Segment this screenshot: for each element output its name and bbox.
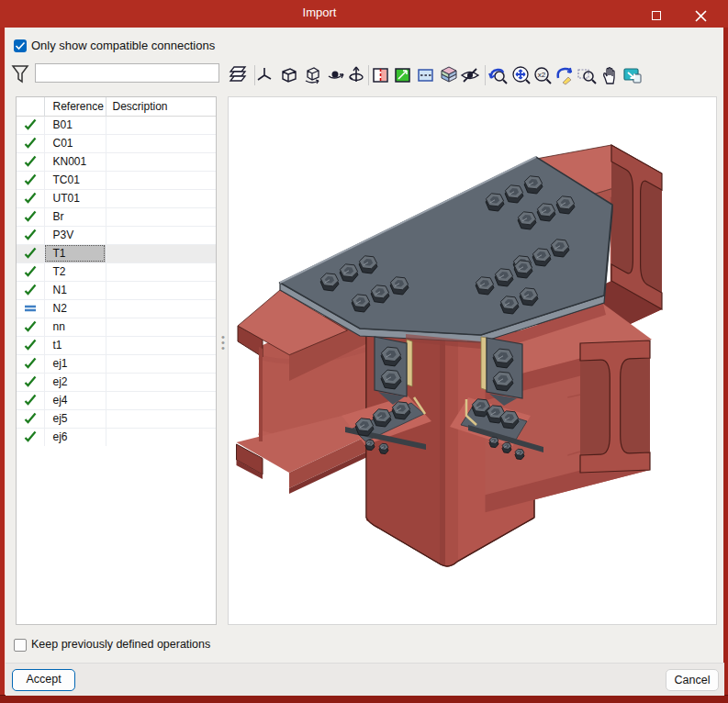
svg-text:x2: x2 [538,71,546,79]
